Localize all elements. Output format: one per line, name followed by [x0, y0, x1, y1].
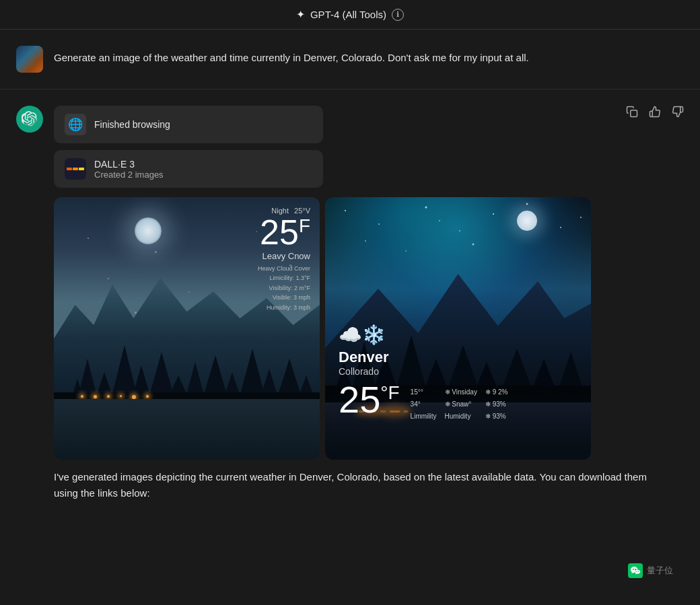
- svg-point-21: [425, 207, 427, 209]
- ai-response-text: I've generated images depicting the curr…: [54, 469, 660, 501]
- generated-image-1[interactable]: Night 25°V 25F Leavy Cnow Heavy Cloud Co…: [54, 197, 320, 460]
- dalle-icon: [65, 158, 86, 180]
- images-grid: Night 25°V 25F Leavy Cnow Heavy Cloud Co…: [54, 197, 660, 460]
- ai-avatar: [16, 106, 43, 133]
- svg-rect-3: [79, 168, 84, 170]
- dalle-pill-title: DALL·E 3: [94, 159, 164, 170]
- img1-condition: Leavy Cnow: [258, 251, 310, 261]
- thumbsdown-button[interactable]: [672, 106, 684, 118]
- sparkle-icon: ✦: [296, 8, 305, 21]
- openai-logo: [22, 111, 38, 127]
- img1-foreground: [54, 399, 320, 460]
- svg-rect-42: [631, 110, 637, 117]
- img2-weather-icon: ☁️❄️: [339, 324, 508, 346]
- svg-rect-2: [73, 168, 78, 170]
- img1-temperature: 25F: [258, 215, 310, 250]
- ai-response-row: 🌐 Finished browsing DALL·E 3 Created 2 i…: [0, 90, 700, 518]
- img1-details: Heavy Cloud Cover Limicility: 1.3°F Visi…: [258, 264, 310, 312]
- img2-temp-row: 25°F 15°° 34° Limmility ❄ Vinsiday: [339, 381, 508, 423]
- header-title-group: ✦ GPT-4 (All Tools) ℹ: [296, 8, 404, 21]
- img2-details: 15°° 34° Limmility ❄ Vinsiday ❄ Snaw° Hu…: [411, 386, 508, 423]
- svg-point-19: [345, 210, 346, 211]
- user-avatar: [16, 46, 43, 73]
- img2-state-label: Collorado: [339, 366, 508, 377]
- svg-point-29: [439, 220, 440, 221]
- browse-pill-title: Finished browsing: [94, 119, 170, 130]
- model-name: GPT-4 (All Tools): [310, 9, 386, 20]
- header: ✦ GPT-4 (All Tools) ℹ: [0, 0, 700, 30]
- thumbsup-button[interactable]: [649, 106, 661, 118]
- wechat-icon: [628, 563, 643, 578]
- dalle-pill[interactable]: DALL·E 3 Created 2 images: [54, 150, 323, 188]
- svg-point-27: [405, 250, 407, 252]
- watermark: 量子位: [628, 563, 673, 578]
- img2-overlay: ☁️❄️ Denver Collorado 25°F 15°° 34°: [339, 324, 508, 423]
- dalle-pill-text: DALL·E 3 Created 2 images: [94, 159, 164, 180]
- img2-temperature: 25°F: [339, 381, 400, 419]
- svg-point-25: [560, 227, 561, 228]
- svg-point-24: [526, 203, 528, 205]
- svg-point-28: [473, 244, 475, 246]
- svg-rect-1: [67, 168, 72, 170]
- ai-content: 🌐 Finished browsing DALL·E 3 Created 2 i…: [54, 106, 660, 501]
- svg-point-30: [580, 217, 582, 218]
- browse-pill-text: Finished browsing: [94, 119, 170, 130]
- info-icon[interactable]: ℹ: [392, 9, 404, 21]
- img2-city-label: Denver: [339, 349, 508, 366]
- dalle-pill-subtitle: Created 2 images: [94, 170, 164, 180]
- action-icons: [626, 106, 684, 118]
- watermark-text: 量子位: [647, 565, 673, 577]
- browse-icon: 🌐: [65, 114, 86, 135]
- img1-overlay-text: Night 25°V 25F Leavy Cnow Heavy Cloud Co…: [258, 207, 310, 312]
- copy-button[interactable]: [626, 106, 638, 118]
- user-message-text: Generate an image of the weather and tim…: [54, 46, 660, 66]
- img1-moon: [135, 217, 162, 244]
- svg-point-23: [493, 213, 494, 215]
- svg-point-22: [459, 230, 460, 232]
- svg-point-26: [365, 240, 366, 242]
- generated-image-2[interactable]: ☁️❄️ Denver Collorado 25°F 15°° 34°: [325, 197, 591, 460]
- browsing-pill[interactable]: 🌐 Finished browsing: [54, 106, 323, 143]
- user-message-row: Generate an image of the weather and tim…: [0, 30, 700, 90]
- svg-point-20: [378, 223, 380, 225]
